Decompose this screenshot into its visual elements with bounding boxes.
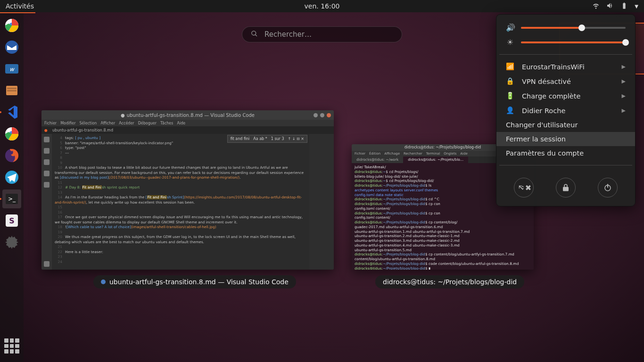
vscode-menu-item[interactable]: Afficher <box>100 121 115 125</box>
svg-text:w: w <box>9 66 15 73</box>
search-input[interactable] <box>264 30 393 39</box>
dock-item-settings[interactable] <box>2 233 21 252</box>
terminal-tab[interactable]: didrocks@tidus: ~/Projets/blo… <box>403 156 468 163</box>
vscode-find-widget[interactable]: fit and finiAa ab *1 sur 3↑ ↓ ⊟ × <box>227 135 307 143</box>
dock-item-slack[interactable]: S <box>2 211 21 230</box>
volume-slider[interactable] <box>521 27 626 29</box>
vscode-menu-item[interactable]: Fichier <box>44 121 57 125</box>
vscode-icon <box>101 280 106 284</box>
vscode-menu-item[interactable]: Tâches <box>160 121 173 125</box>
window-preview-vscode[interactable]: ●ubuntu-artful-gs-transition.8.md — Visu… <box>41 110 334 270</box>
volume-icon: 🔊 <box>506 23 514 32</box>
dock-item-terminal[interactable]: >_ <box>2 189 21 208</box>
brightness-icon: ☀ <box>506 38 514 47</box>
terminal-tab[interactable]: didrocks@tidus: ~/work <box>352 156 403 163</box>
wifi-icon: 📶 <box>506 63 514 71</box>
system-menu: 🔊 ☀ 📶EurostarTrainsWiFi▶🔒VPN désactivé▶🔋… <box>496 14 636 206</box>
vscode-menu-item[interactable]: Accéder <box>119 121 134 125</box>
vscode-minimap[interactable] <box>309 134 334 270</box>
brightness-slider[interactable] <box>521 41 626 43</box>
vscode-tabs[interactable]: ●ubuntu-artful-gs-transition.8.md <box>41 126 334 134</box>
sysmenu-wifi[interactable]: 📶EurostarTrainsWiFi▶ <box>496 59 635 74</box>
svg-rect-18 <box>607 184 608 188</box>
terminal-menu-item[interactable]: Édition <box>369 152 380 156</box>
chevron-right-icon: ▶ <box>622 93 626 99</box>
sysmenu-battery[interactable]: 🔋Charge complète▶ <box>496 89 635 103</box>
wifi-icon <box>592 2 600 11</box>
svg-rect-6 <box>7 88 17 89</box>
power-row: ✖ <box>496 170 635 198</box>
dock: w>_S <box>0 12 24 362</box>
chevron-right-icon: ▶ <box>622 107 626 114</box>
battery-icon: 🔋 <box>506 92 514 100</box>
sysmenu-user-sub[interactable]: Fermer la session <box>496 132 635 146</box>
vscode-menu-item[interactable]: Modifier <box>60 121 75 125</box>
svg-text:S: S <box>9 216 15 225</box>
vscode-editor[interactable]: fit and finiAa ab *1 sur 3↑ ↓ ⊟ × 4tags:… <box>52 134 309 270</box>
svg-rect-7 <box>7 90 17 91</box>
power-button[interactable] <box>598 178 618 197</box>
status-area[interactable]: ▼ <box>592 2 638 11</box>
separator <box>499 165 632 165</box>
clock[interactable]: ven. 16:00 <box>304 2 339 10</box>
terminal-menu-item[interactable]: Onglets <box>444 152 456 156</box>
window-label-terminal: didrocks@tidus: ~/Projets/blogs/blog-did <box>375 275 524 288</box>
vscode-menu[interactable]: FichierModifierSélectionAfficherAccéderD… <box>41 120 334 126</box>
dock-item-thunderbird[interactable] <box>2 38 21 57</box>
volume-icon <box>606 2 614 11</box>
chevron-right-icon: ▶ <box>622 78 626 84</box>
vscode-titlebar: ●ubuntu-artful-gs-transition.8.md — Visu… <box>41 110 334 120</box>
terminal-menu-item[interactable]: Terminal <box>426 152 440 156</box>
dock-item-chrome[interactable] <box>2 16 21 35</box>
sysmenu-user[interactable]: 👤Didier Roche▶ <box>496 103 635 118</box>
window-label-vscode: ubuntu-artful-gs-transition.8.md — Visua… <box>93 275 296 288</box>
sysmenu-user-sub[interactable]: Paramètres du compte <box>496 146 635 160</box>
vscode-menu-item[interactable]: Déboguer <box>138 121 157 125</box>
battery-icon <box>620 2 628 11</box>
lock-icon: 🔒 <box>506 77 514 85</box>
chevron-right-icon: ▶ <box>622 64 626 70</box>
svg-text:>_: >_ <box>8 196 16 202</box>
chevron-down-icon: ▼ <box>635 4 638 9</box>
show-applications-button[interactable] <box>2 337 21 355</box>
dock-item-vscode[interactable] <box>2 103 21 122</box>
activities-button[interactable]: Activités <box>6 2 34 10</box>
top-bar: Activités ven. 16:00 ▼ <box>0 0 644 12</box>
dock-item-chrome2[interactable] <box>2 124 21 143</box>
lock-button[interactable] <box>556 178 576 197</box>
dock-item-firefox[interactable] <box>2 146 21 165</box>
terminal-menu-item[interactable]: Rechercher <box>404 152 422 156</box>
sysmenu-lock[interactable]: 🔒VPN désactivé▶ <box>496 74 635 89</box>
separator <box>499 54 632 55</box>
dock-item-files[interactable] <box>2 81 21 100</box>
user-icon: 👤 <box>506 107 514 115</box>
sysmenu-user-sub[interactable]: Changer d'utilisateur <box>496 118 635 132</box>
search-bar[interactable] <box>242 26 402 42</box>
vscode-activity-bar[interactable] <box>41 134 52 270</box>
dock-item-telegram[interactable] <box>2 168 21 187</box>
volume-slider-row: 🔊 <box>496 20 635 35</box>
search-icon <box>251 30 258 39</box>
brightness-slider-row: ☀ <box>496 35 635 49</box>
terminal-menu-item[interactable]: Aide <box>460 152 467 156</box>
vscode-menu-item[interactable]: Aide <box>177 121 185 125</box>
dock-item-webapp[interactable]: w <box>2 59 21 78</box>
terminal-menu-item[interactable]: Fichier <box>355 152 365 156</box>
vscode-menu-item[interactable]: Sélection <box>80 121 97 125</box>
terminal-menu-item[interactable]: Affichage <box>384 152 400 156</box>
settings-button[interactable]: ✖ <box>514 178 534 197</box>
